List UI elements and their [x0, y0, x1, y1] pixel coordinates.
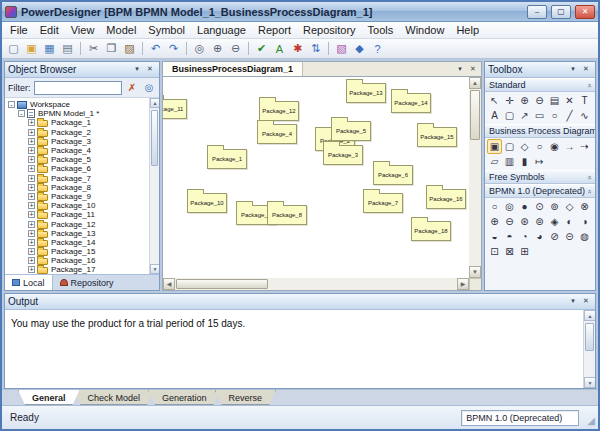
tool-exclusive-gateway[interactable]: ⊗ — [577, 199, 592, 214]
tree-expander-icon[interactable]: + — [28, 248, 35, 255]
tab-check-model[interactable]: Check Model — [74, 390, 155, 405]
tool-sequence-flow[interactable]: ⊘ — [547, 229, 562, 244]
scroll-up-icon[interactable]: ▲ — [469, 77, 481, 89]
close-button[interactable]: ✕ — [575, 5, 595, 19]
tool-message-event[interactable]: ⊙ — [532, 199, 547, 214]
tree-expander-icon[interactable]: + — [28, 147, 35, 154]
package-shape-package-4[interactable]: Package_4 — [257, 124, 297, 144]
tool-zoom-in[interactable]: ⊕ — [517, 93, 532, 108]
toolbar-check-model-button[interactable]: ✔ — [253, 40, 270, 57]
tree-item-package-3[interactable]: +Package_3 — [7, 137, 149, 146]
output-close-button[interactable]: ✕ — [580, 296, 592, 307]
menu-symbol[interactable]: Symbol — [142, 23, 191, 37]
tree-item-package-2[interactable]: +Package_2 — [7, 128, 149, 137]
filter-search-icon[interactable]: ◎ — [142, 81, 156, 95]
toolbar-new-button[interactable]: ▢ — [5, 40, 22, 57]
tool-synchronization[interactable]: ▮ — [517, 154, 532, 169]
canvas-vertical-scrollbar[interactable]: ▲ ▼ — [469, 77, 481, 278]
toolbar-cut-button[interactable]: ✂ — [85, 40, 102, 57]
tool-association[interactable]: ⊝ — [562, 229, 577, 244]
tab-generation[interactable]: Generation — [148, 390, 221, 405]
tree-item-package-4[interactable]: +Package_4 — [7, 146, 149, 155]
scroll-down-icon[interactable]: ▼ — [584, 377, 595, 388]
scroll-left-icon[interactable]: ◀ — [163, 278, 175, 290]
package-shape-package-1[interactable]: Package_1 — [207, 149, 247, 169]
scrollbar-thumb[interactable] — [470, 90, 480, 140]
filter-remove-icon[interactable]: ✗ — [125, 81, 139, 95]
tool-ellipse[interactable]: ○ — [547, 108, 562, 123]
tree-expander-icon[interactable]: + — [28, 119, 35, 126]
canvas-horizontal-scrollbar[interactable]: ◀ ▶ — [163, 278, 469, 290]
menu-repository[interactable]: Repository — [297, 23, 362, 37]
scroll-right-icon[interactable]: ▶ — [457, 278, 469, 290]
tool-gateway[interactable]: ◇ — [562, 199, 577, 214]
toolbar-zoom-out-button[interactable]: ⊖ — [227, 40, 244, 57]
tree-item-package-14[interactable]: +Package_14 — [7, 238, 149, 247]
diagram-close-button[interactable]: ✕ — [467, 64, 479, 75]
tool-package[interactable]: ▣ — [487, 139, 502, 154]
package-shape-package-18[interactable]: Package_18 — [411, 221, 451, 241]
filter-input[interactable] — [34, 81, 123, 95]
tab-general[interactable]: General — [18, 390, 80, 405]
tree-expander-icon[interactable]: + — [28, 239, 35, 246]
tree-item-package-16[interactable]: +Package_16 — [7, 256, 149, 265]
minimize-button[interactable]: – — [527, 5, 547, 19]
tool-flow[interactable]: → — [562, 139, 577, 154]
package-shape-package-15[interactable]: Package_15 — [417, 127, 457, 147]
tool-process[interactable]: ▢ — [502, 139, 517, 154]
tool-line[interactable]: ╱ — [562, 108, 577, 123]
tool-grabber[interactable]: ✛ — [502, 93, 517, 108]
package-shape-package-16[interactable]: Package_16 — [426, 189, 466, 209]
tool-end-event[interactable]: ● — [517, 199, 532, 214]
tool-title[interactable]: T — [577, 93, 592, 108]
tree-item-package-5[interactable]: +Package_5 — [7, 155, 149, 164]
tree-expander-icon[interactable]: + — [28, 165, 35, 172]
tab-businessprocessdiagram-1[interactable]: BusinessProcessDiagram_1 — [163, 62, 303, 76]
tool-pointer[interactable]: ↖ — [487, 93, 502, 108]
tree-item-workspace[interactable]: -Workspace — [7, 100, 149, 109]
toolbar-language-button[interactable]: ◆ — [351, 40, 368, 57]
tool-resource-flow[interactable]: ↦ — [532, 154, 547, 169]
tool-pool[interactable]: ◑ — [577, 214, 592, 229]
scroll-up-icon[interactable]: ▲ — [584, 310, 595, 321]
scroll-down-icon[interactable]: ▼ — [150, 264, 159, 274]
toolbar-zoom-in-button[interactable]: ⊕ — [209, 40, 226, 57]
menu-report[interactable]: Report — [252, 23, 297, 37]
object-browser-close-button[interactable]: ✕ — [144, 64, 156, 75]
toolbox-section-bpmn-10-deprecated[interactable]: BPMN 1.0 (Deprecated)» — [485, 184, 595, 198]
package-shape-package-6[interactable]: Package_6 — [373, 165, 413, 185]
toolbox-menu-button[interactable]: ▾ — [567, 64, 579, 75]
tool-organization-unit[interactable]: ▥ — [502, 154, 517, 169]
menu-tools[interactable]: Tools — [362, 23, 400, 37]
package-shape-package-11[interactable]: Package_11 — [162, 99, 187, 119]
package-shape-package-8[interactable]: Package_8 — [267, 205, 307, 225]
toolbar-save-button[interactable]: ▦ — [41, 40, 58, 57]
tree-expander-icon[interactable]: + — [28, 221, 35, 228]
diagram-canvas[interactable]: ▲ ▼ ◀ ▶ Package_11Package_12Package_13Pa… — [162, 76, 482, 291]
tree-expander-icon[interactable]: + — [28, 138, 35, 145]
scrollbar-thumb[interactable] — [585, 323, 594, 351]
scrollbar-thumb[interactable] — [151, 110, 158, 166]
tool-intermediate-event[interactable]: ◎ — [502, 199, 517, 214]
tree-expander-icon[interactable]: + — [28, 211, 35, 218]
tool-message-flow[interactable]: ⇢ — [577, 139, 592, 154]
menu-edit[interactable]: Edit — [34, 23, 65, 37]
tree-item-package-12[interactable]: +Package_12 — [7, 219, 149, 228]
toolbar-open-button[interactable]: ▣ — [23, 40, 40, 57]
menu-language[interactable]: Language — [191, 23, 252, 37]
tool-resource[interactable]: ▱ — [487, 154, 502, 169]
tool-timer-event[interactable]: ⊚ — [547, 199, 562, 214]
tool-zoom-out[interactable]: ⊖ — [532, 93, 547, 108]
menu-help[interactable]: Help — [450, 23, 485, 37]
menu-model[interactable]: Model — [100, 23, 142, 37]
tool-rectangle[interactable]: ▭ — [532, 108, 547, 123]
toolbar-generate-button[interactable]: ✱ — [289, 40, 306, 57]
tool-start[interactable]: ○ — [532, 139, 547, 154]
package-shape-package-14[interactable]: Package_14 — [391, 93, 431, 113]
tree-scrollbar[interactable]: ▲▼ — [149, 98, 159, 274]
tool-polyline[interactable]: ∿ — [577, 108, 592, 123]
output-scrollbar[interactable]: ▲ ▼ — [583, 310, 595, 388]
tree-item-package-9[interactable]: +Package_9 — [7, 192, 149, 201]
tool-delete[interactable]: ✕ — [562, 93, 577, 108]
toolbar-redo-button[interactable]: ↷ — [165, 40, 182, 57]
